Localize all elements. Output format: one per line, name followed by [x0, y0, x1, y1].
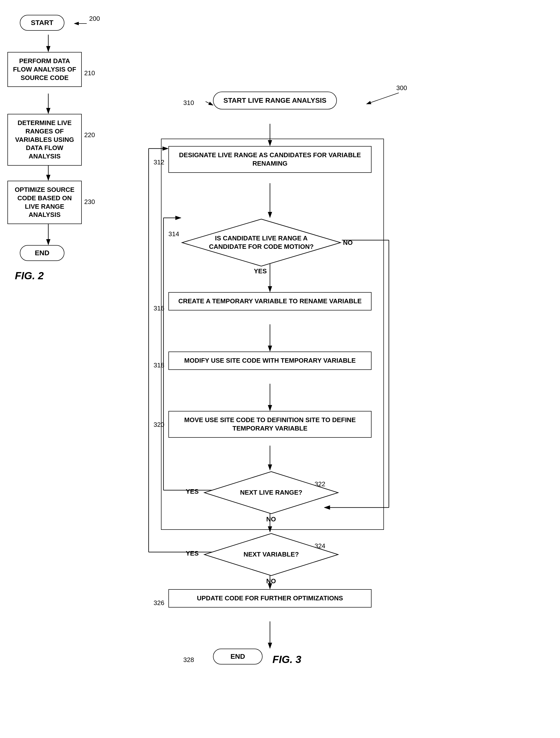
fig3-text-326: UPDATE CODE FOR FURTHER OPTIMIZATIONS [197, 595, 343, 602]
fig3-rect-316: CREATE A TEMPORARY VARIABLE TO RENAME VA… [169, 292, 371, 311]
fig3-324-yes-label: YES [186, 549, 199, 557]
label-310: 310 [183, 99, 194, 107]
fig3-rect-312: DESIGNATE LIVE RANGE AS CANDIDATES FOR V… [169, 146, 371, 173]
fig3-314-no-label: NO [343, 239, 353, 247]
fig3-diamond-324: NEXT VARIABLE? [203, 532, 339, 577]
fig3-text-312: DESIGNATE LIVE RANGE AS CANDIDATES FOR V… [179, 151, 361, 167]
label-210: 210 [84, 69, 95, 77]
fig3-324-no-label: NO [266, 577, 276, 585]
fig2-text-220: DETERMINE LIVE RANGES OF VARIABLES USING… [15, 119, 74, 160]
fig3-step-322: NEXT LIVE RANGE? YES NO [203, 470, 339, 516]
svg-line-24 [366, 93, 399, 104]
fig2-step-210: PERFORM DATA FLOW ANALYSIS OF SOURCE COD… [7, 52, 82, 87]
fig2-step-220: DETERMINE LIVE RANGES OF VARIABLES USING… [7, 114, 82, 165]
fig3-start-oval: START LIVE RANGE ANALYSIS [213, 92, 337, 109]
label-320: 320 [154, 421, 164, 428]
fig3-rect-326: UPDATE CODE FOR FURTHER OPTIMIZATIONS [169, 589, 371, 608]
label-312: 312 [154, 158, 164, 166]
label-318: 318 [154, 361, 164, 369]
label-326: 326 [154, 599, 164, 607]
fig3-322-yes-label: YES [186, 488, 199, 495]
fig3-314-yes-label: YES [254, 267, 267, 275]
fig3-step-314: IS CANDIDATE LIVE RANGE A CANDIDATE FOR … [181, 218, 342, 268]
fig2-caption: FIG. 2 [15, 270, 44, 282]
fig2-caption-text: FIG. 2 [15, 270, 44, 282]
fig2-start-terminal: START [20, 15, 64, 31]
fig2-text-210: PERFORM DATA FLOW ANALYSIS OF SOURCE COD… [13, 57, 76, 81]
fig3-step-320: MOVE USE SITE CODE TO DEFINITION SITE TO… [169, 411, 371, 438]
label-328: 328 [183, 656, 194, 664]
fig3-caption-text: FIG. 3 [272, 654, 301, 665]
fig3-diamond-314: IS CANDIDATE LIVE RANGE A CANDIDATE FOR … [181, 218, 342, 267]
fig3-caption: FIG. 3 [272, 654, 301, 666]
label-230: 230 [84, 198, 95, 206]
fig2-rect-220: DETERMINE LIVE RANGES OF VARIABLES USING… [7, 114, 82, 165]
fig3-322-no-label: NO [266, 515, 276, 523]
fig3-rect-320: MOVE USE SITE CODE TO DEFINITION SITE TO… [169, 411, 371, 438]
diagram-container: 200 210 220 230 START PERFORM DATA FLOW … [0, 0, 560, 738]
fig3-diamond-322-text: NEXT LIVE RANGE? [220, 488, 322, 497]
fig2-step-230: OPTIMIZE SOURCE CODE BASED ON LIVE RANGE… [7, 181, 82, 224]
fig3-start-label: START LIVE RANGE ANALYSIS [223, 96, 326, 104]
fig2-start-label: START [31, 19, 53, 26]
fig3-step-318: MODIFY USE SITE CODE WITH TEMPORARY VARI… [169, 352, 371, 370]
fig3-rect-318: MODIFY USE SITE CODE WITH TEMPORARY VARI… [169, 352, 371, 370]
svg-line-25 [206, 101, 213, 105]
fig3-step-312: DESIGNATE LIVE RANGE AS CANDIDATES FOR V… [169, 146, 371, 173]
fig2-start-oval: START [20, 15, 64, 31]
label-300: 300 [396, 84, 407, 92]
fig3-end-oval: END [213, 649, 263, 665]
fig3-text-320: MOVE USE SITE CODE TO DEFINITION SITE TO… [184, 416, 356, 432]
fig3-start-terminal: START LIVE RANGE ANALYSIS [213, 92, 337, 109]
label-314: 314 [169, 230, 179, 238]
fig3-end-terminal: END [213, 649, 263, 665]
fig2-rect-230: OPTIMIZE SOURCE CODE BASED ON LIVE RANGE… [7, 181, 82, 224]
fig3-step-316: CREATE A TEMPORARY VARIABLE TO RENAME VA… [169, 292, 371, 311]
fig2-end-terminal: END [20, 245, 64, 261]
fig3-end-label: END [230, 653, 245, 660]
fig3-step-326: UPDATE CODE FOR FURTHER OPTIMIZATIONS [169, 589, 371, 608]
fig2-end-label: END [35, 249, 49, 257]
fig3-diamond-324-text: NEXT VARIABLE? [220, 550, 322, 559]
label-200: 200 [89, 15, 100, 23]
label-220: 220 [84, 131, 95, 139]
label-316: 316 [154, 305, 164, 312]
fig3-text-318: MODIFY USE SITE CODE WITH TEMPORARY VARI… [184, 357, 356, 364]
fig2-text-230: OPTIMIZE SOURCE CODE BASED ON LIVE RANGE… [15, 186, 74, 218]
fig3-text-316: CREATE A TEMPORARY VARIABLE TO RENAME VA… [178, 297, 362, 305]
fig3-diamond-322: NEXT LIVE RANGE? [203, 470, 339, 515]
fig2-end-oval: END [20, 245, 64, 261]
fig3-diamond-314-text: IS CANDIDATE LIVE RANGE A CANDIDATE FOR … [201, 234, 322, 251]
fig3-step-324: NEXT VARIABLE? YES NO [203, 532, 339, 578]
fig2-rect-210: PERFORM DATA FLOW ANALYSIS OF SOURCE COD… [7, 52, 82, 87]
